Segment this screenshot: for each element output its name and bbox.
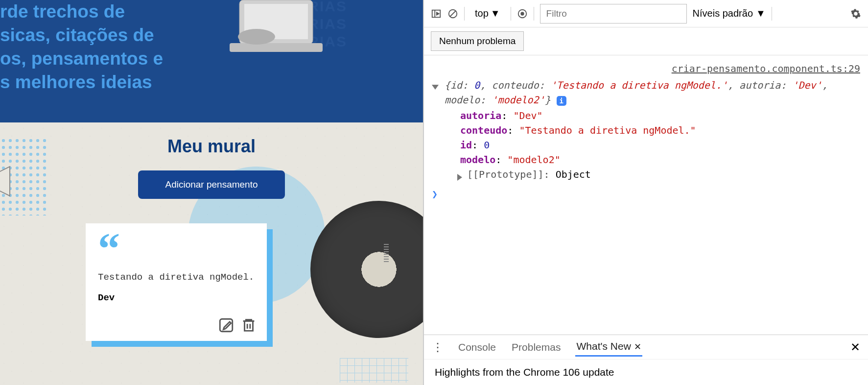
record-detail [384,244,389,264]
tab-whatsnew[interactable]: What's New ✕ [575,337,642,357]
tab-problems[interactable]: Problemas [511,338,562,356]
chevron-down-icon: ▼ [491,8,500,19]
close-icon[interactable]: ✕ [634,342,641,352]
svg-marker-8 [437,12,439,15]
laptop-icon [217,0,335,54]
delete-icon[interactable] [240,317,257,334]
devtools-panel: top ▼ Níveis padrão ▼ Nenhum problema cr… [423,0,868,385]
issues-bar: Nenhum problema [424,27,868,55]
card-author: Dev [98,292,255,303]
context-selector[interactable]: top ▼ [470,5,505,22]
log-levels-selector[interactable]: Níveis padrão ▼ [693,8,766,19]
grid-decoration [340,358,408,383]
issues-button[interactable]: Nenhum problema [431,31,524,51]
tab-console[interactable]: Console [457,338,497,356]
mural-title: Meu mural [0,136,423,157]
chevron-down-icon: ▼ [756,8,766,19]
gear-icon[interactable] [850,8,861,19]
console-output[interactable]: criar-pensamento.component.ts:29 {id: 0,… [424,55,868,335]
mural-area: Meu mural Adicionar pensamento “ Testand… [0,122,423,385]
console-toolbar: top ▼ Níveis padrão ▼ [424,0,868,27]
drawer-tabs: ⋮ Console Problemas What's New ✕ ✕ [424,335,868,359]
phone-icon [237,27,276,47]
expand-arrow-icon[interactable] [457,170,462,185]
info-badge-icon[interactable]: i [557,96,566,106]
app-preview: MEMÓRIAS MEMÓRIAS MEMÓRIAS rde trechos d… [0,0,423,385]
hero-banner: MEMÓRIAS MEMÓRIAS MEMÓRIAS rde trechos d… [0,0,423,122]
kebab-menu-icon[interactable]: ⋮ [432,340,444,354]
clear-console-icon[interactable] [447,8,458,19]
expand-arrow-icon[interactable] [432,79,439,94]
svg-point-12 [520,12,524,15]
edit-icon[interactable] [218,317,235,334]
console-prompt[interactable]: ❯ [432,187,860,201]
megaphone-icon [0,152,44,211]
log-source-link[interactable]: criar-pensamento.component.ts:29 [432,61,860,76]
close-drawer-icon[interactable]: ✕ [850,340,860,354]
svg-line-10 [450,11,456,16]
drawer-content: Highlights from the Chrome 106 update [424,359,868,385]
object-properties: autoria: "Dev" conteudo: "Testando a dir… [445,108,860,182]
quote-icon: “ [98,236,255,262]
filter-input[interactable] [540,4,687,24]
object-summary: {id: 0, conteudo: 'Testando a diretiva n… [445,79,828,106]
hero-text: rde trechos de sicas, citações de os, pe… [0,0,423,94]
card-content: Testando a diretiva ngModel. [98,272,255,283]
svg-point-3 [238,29,275,45]
thought-card: “ Testando a diretiva ngModel. Dev [86,223,267,341]
live-expression-icon[interactable] [517,8,528,19]
console-log-entry[interactable]: {id: 0, conteudo: 'Testando a diretiva n… [432,78,860,182]
add-thought-button[interactable]: Adicionar pensamento [138,170,284,199]
toggle-sidebar-icon[interactable] [431,8,442,19]
